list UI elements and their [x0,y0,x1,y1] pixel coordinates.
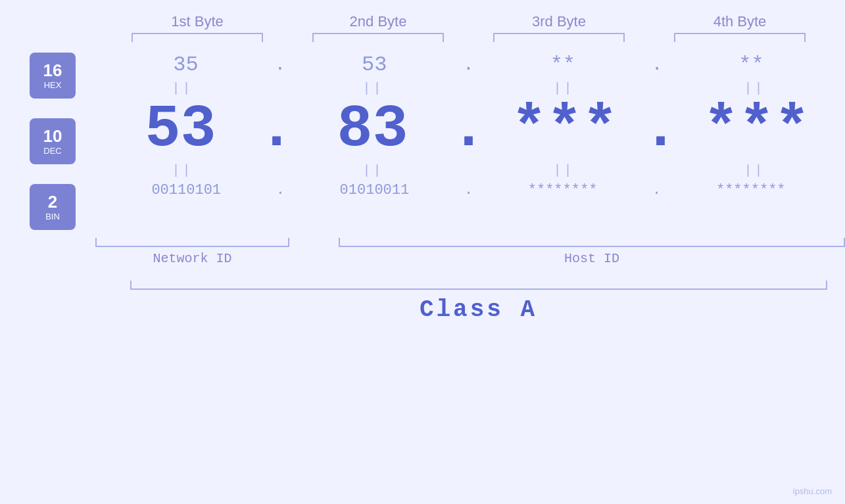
bin-dot3: . [652,182,661,198]
bin-b2-value: 01010011 [340,182,410,198]
hex-b3-value: ** [550,53,575,77]
bin-badge-label: BIN [45,212,60,221]
values-grid: 35 . 53 . ** . ** || || [92,53,845,230]
byte1-label: 1st Byte [125,13,270,30]
hex-b1-value: 35 [173,53,198,77]
sep2-b2: || [301,163,446,178]
bin-b3: ******** [491,182,635,198]
bin-b3-value: ******** [528,182,598,198]
dec-b3-value: *** [511,100,617,159]
sep1-b2: || [301,81,446,96]
header-bracket-row [107,33,831,42]
class-bracket [130,281,827,290]
dec-b4-value: *** [703,100,809,159]
network-id-label: Network ID [95,251,289,266]
hex-badge: 16 HEX [30,53,76,99]
class-label: Class A [130,296,827,323]
bin-dot2: . [464,182,473,198]
dec-b3: *** [492,100,637,159]
sep1-b3: || [492,81,637,96]
hex-b2-value: 53 [362,53,387,77]
dec-badge-label: DEC [43,146,61,156]
bin-dot1: . [276,182,285,198]
watermark: ipshu.com [793,486,832,496]
dec-dot2: . [450,100,486,159]
dec-b2: 83 [300,100,445,159]
hex-badge-number: 16 [43,61,62,80]
vsep6: || [362,163,383,178]
network-id-bracket [95,238,289,247]
bin-b1-value: 00110101 [151,182,221,198]
byte2-bracket [312,33,444,42]
hex-dot1: . [274,55,285,75]
sep1-b4: || [683,81,827,96]
sep2-b4: || [683,163,827,178]
bin-b1: 00110101 [114,182,258,198]
hex-dot2: . [463,55,474,75]
hex-badge-label: HEX [44,80,62,90]
dec-dot3: . [642,100,678,159]
bin-b4: ******** [679,182,823,198]
vsep5: || [172,163,193,178]
hex-b4-value: ** [738,53,763,77]
byte3-bracket [493,33,625,42]
byte4-bracket [674,33,806,42]
byte3-label: 3rd Byte [487,13,631,30]
sep1-b1: || [110,81,255,96]
host-id-bracket [339,238,845,247]
vsep4: || [744,81,765,96]
dec-dot1: . [258,100,294,159]
bin-badge-number: 2 [48,193,57,212]
bin-b2: 01010011 [302,182,447,198]
vsep2: || [362,81,383,96]
hex-dot3: . [652,55,663,75]
badges-column: 16 HEX 10 DEC 2 BIN [0,53,92,230]
sep2-b3: || [492,163,637,178]
dec-b4: *** [684,100,829,159]
sep2-b1: || [110,163,255,178]
host-id-label: Host ID [339,251,845,266]
vsep7: || [553,163,574,178]
dec-badge-number: 10 [43,127,62,146]
bin-badge: 2 BIN [30,184,76,230]
hex-b4: ** [679,53,824,77]
header-row: 1st Byte 2nd Byte 3rd Byte 4th Byte [107,13,831,30]
byte4-label: 4th Byte [667,13,812,30]
main-container: 1st Byte 2nd Byte 3rd Byte 4th Byte 16 H… [0,0,845,504]
hex-b2: 53 [302,53,447,77]
byte1-bracket [132,33,263,42]
dec-b2-value: 83 [337,100,408,159]
hex-b3: ** [491,53,635,77]
bin-b4-value: ******** [716,182,786,198]
dec-b1: 53 [108,100,253,159]
vsep3: || [553,81,574,96]
vsep1: || [172,81,193,96]
vsep8: || [744,163,765,178]
dec-b1-value: 53 [145,100,216,159]
hex-b1: 35 [113,53,258,77]
byte2-label: 2nd Byte [306,13,450,30]
dec-badge: 10 DEC [30,118,76,164]
